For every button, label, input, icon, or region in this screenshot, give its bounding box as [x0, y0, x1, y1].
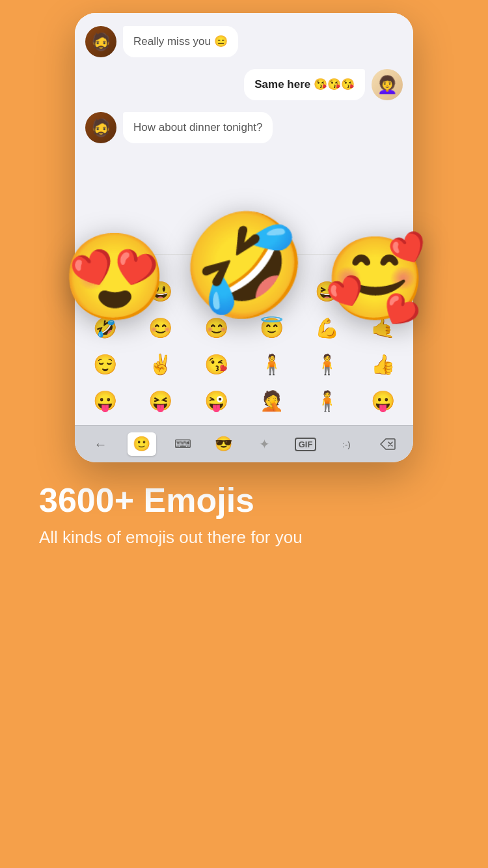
message-text: Really miss you 😑 [133, 35, 228, 48]
message-row: 🧔 How about dinner tonight? [85, 112, 403, 143]
emoji-row: 😛 😝 😜 🤦 🧍 😛 [77, 384, 411, 417]
emoji-item[interactable]: 😜 [199, 384, 233, 417]
message-text: Same here 😘😘😘 [254, 78, 355, 91]
emoticon-label: :-) [342, 440, 350, 449]
message-bubble: How about dinner tonight? [123, 112, 273, 143]
avatar-icon: 🧔 [90, 118, 111, 138]
emoji-item[interactable]: 🧍 [310, 384, 344, 417]
avatar-icon: 👩‍🦱 [377, 75, 398, 95]
keyboard-emoji-button[interactable]: 🙂 [128, 432, 156, 456]
message-bubble: Same here 😘😘😘 [244, 69, 365, 100]
avatar: 🧔 [85, 112, 116, 143]
subheadline: All kinds of emojis out there for you [39, 527, 462, 549]
headline: 3600+ Emojis [39, 482, 462, 519]
emoji-item[interactable]: 😛 [88, 384, 122, 417]
keyboard-back-button[interactable]: ← [87, 432, 115, 456]
bottom-text-section: 3600+ Emojis All kinds of emojis out the… [0, 482, 488, 549]
message-bubble: Really miss you 😑 [123, 26, 238, 57]
message-row: 👩‍🦱 Same here 😘😘😘 [85, 69, 403, 100]
keyboard-backspace-button[interactable] [373, 432, 402, 456]
emoji-item[interactable]: 🤦 [255, 384, 289, 417]
page-wrapper: 🧔 Really miss you 😑 👩‍🦱 Same here 😘😘😘 [0, 0, 488, 868]
keyboard-gif-button[interactable]: GIF [291, 432, 320, 456]
keyboard-sticker-button[interactable]: ⌨ [169, 432, 197, 456]
gif-label: GIF [295, 438, 317, 451]
backspace-icon [380, 438, 396, 450]
emoji-laughing-tears: 🤣 [182, 215, 307, 316]
emoji-winking-kiss: 🥰 [325, 238, 426, 319]
keyboard-bottom-bar: ← 🙂 ⌨ 😎 ✦ GIF :-) [75, 425, 413, 462]
floating-emojis: 😍 🤣 🥰 [62, 221, 426, 378]
avatar: 👩‍🦱 [372, 69, 403, 100]
avatar: 🧔 [85, 26, 116, 57]
keyboard-smiley-button[interactable]: 😎 [210, 432, 238, 456]
emoji-item[interactable]: 😛 [366, 384, 400, 417]
keyboard-sparkle-button[interactable]: ✦ [251, 432, 279, 456]
emoji-heart-eyes: 😍 [62, 234, 167, 319]
emoji-item[interactable]: 😝 [144, 384, 178, 417]
keyboard-emoticon-button[interactable]: :-) [332, 432, 361, 456]
message-text: How about dinner tonight? [133, 121, 262, 133]
avatar-icon: 🧔 [90, 32, 111, 52]
message-row: 🧔 Really miss you 😑 [85, 26, 403, 57]
